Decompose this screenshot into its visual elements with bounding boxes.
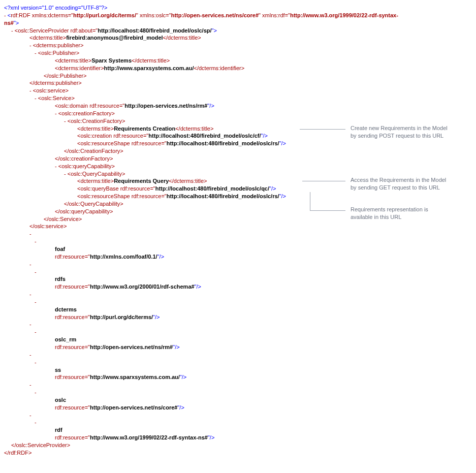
creation-factory-inner-close: </oslc:CreationFactory> [4, 147, 476, 155]
rdf-open: - <rdf:RDF xmlns:dcterms="http://purl.or… [4, 12, 476, 19]
prefix-value: ss [4, 366, 476, 374]
prefix-base: rdf:resource="http://www.w3.org/2000/01/… [4, 283, 476, 291]
publisher-inner-open: - <oslc:Publisher> [4, 49, 476, 57]
connector-line [300, 129, 345, 130]
publisher-title: <dcterms:title>Sparx Systems</dcterms:ti… [4, 57, 476, 65]
publisher-close: </dcterms:publisher> [4, 79, 476, 87]
prefix-def-open: - [4, 351, 476, 359]
prefix-definitions: - - foafrdf:resource="http://xmlns.com/f… [4, 230, 476, 442]
annotation-create: Create new Requirements in the Model by … [351, 124, 448, 140]
prefix-def-inner-open: - [4, 268, 476, 276]
service-provider-open: - <oslc:ServiceProvider rdf:about="http:… [4, 27, 476, 35]
prefix-def-open: - [4, 412, 476, 419]
prefix-def-inner-open: - [4, 298, 476, 306]
sp-title: <dcterms:title>firebird:anonymous@firebi… [4, 34, 476, 42]
creation-factory-close: </oslc:creationFactory> [4, 155, 476, 163]
prefix-value: rdfs [4, 275, 476, 283]
prefix-def-open: - [4, 321, 476, 328]
publisher-inner-close: </oslc:Publisher> [4, 72, 476, 80]
connector-line [310, 192, 310, 210]
service-close: </oslc:service> [4, 223, 476, 230]
annotation-representation: Requirements representation is available… [351, 206, 428, 221]
service-domain: <oslc:domain rdf:resource="http://open-s… [4, 102, 476, 110]
connector-line [302, 181, 345, 181]
prefix-value: dcterms [4, 306, 476, 313]
prefix-def-inner-open: - [4, 359, 476, 366]
annotation-access: Access the Requirements in the Model by … [351, 176, 446, 192]
prefix-base: rdf:resource="http://www.w3.org/1999/02/… [4, 434, 476, 442]
prefix-def-inner-open: - [4, 419, 476, 426]
creation-factory-inner-open: - <oslc:CreationFactory> [4, 117, 476, 125]
prefix-value: oslc_rm [4, 336, 476, 343]
prefix-def-open: - [4, 381, 476, 389]
rdf-open-cont: ns#"> [4, 19, 476, 27]
query-capability-open: - <oslc:queryCapability> [4, 163, 476, 170]
service-open: - <oslc:service> [4, 87, 476, 94]
prefix-value: foaf [4, 245, 476, 253]
prefix-value: rdf [4, 426, 476, 434]
prefix-base: rdf:resource="http://xmlns.com/foaf/0.1/… [4, 253, 476, 261]
prefix-base: rdf:resource="http://open-services.net/n… [4, 404, 476, 412]
service-provider-close: </oslc:ServiceProvider> [4, 442, 476, 449]
connector-line [310, 210, 345, 211]
cf-resource-shape: <oslc:resourceShape rdf:resource="http:/… [4, 140, 476, 147]
creation-factory-open: - <oslc:creationFactory> [4, 110, 476, 117]
xml-declaration: <?xml version="1.0" encoding="UTF-8"?> [4, 4, 476, 12]
rdf-close: </rdf:RDF> [4, 449, 476, 457]
qc-resource-shape: <oslc:resourceShape rdf:resource="http:/… [4, 193, 476, 200]
prefix-def-open: - [4, 291, 476, 298]
publisher-identifier: <dcterms:identifier>http://www.sparxsyst… [4, 65, 476, 72]
publisher-open: - <dcterms:publisher> [4, 42, 476, 49]
prefix-base: rdf:resource="http://purl.org/dc/terms/"… [4, 313, 476, 321]
prefix-def-open: - [4, 230, 476, 238]
xml-source: <?xml version="1.0" encoding="UTF-8"?> -… [4, 4, 476, 457]
prefix-base: rdf:resource="http://www.sparxsystems.co… [4, 373, 476, 381]
prefix-def-inner-open: - [4, 389, 476, 396]
prefix-def-inner-open: - [4, 328, 476, 336]
prefix-def-open: - [4, 261, 476, 268]
service-inner-open: - <oslc:Service> [4, 94, 476, 102]
prefix-base: rdf:resource="http://open-services.net/n… [4, 343, 476, 351]
prefix-def-inner-open: - [4, 238, 476, 245]
prefix-value: oslc [4, 396, 476, 404]
